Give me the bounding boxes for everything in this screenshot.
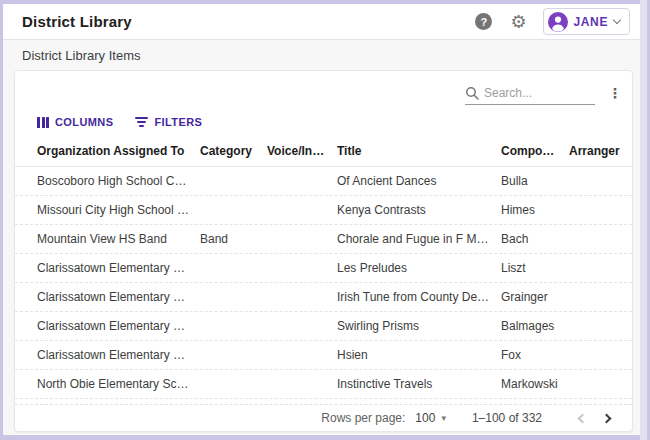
column-header-arranger[interactable]: Arranger — [569, 144, 632, 158]
table-row[interactable]: Clarissatown Elementary School Orchestra… — [15, 254, 632, 283]
table-row[interactable]: Clarissatown Elementary School Orchestra… — [15, 312, 632, 341]
search-icon — [465, 86, 479, 100]
settings-gear-icon[interactable]: ⚙ — [510, 13, 526, 31]
column-header-voice[interactable]: Voice/Instrume... — [267, 144, 337, 158]
cell-org: Clarissatown Elementary School Orchestra — [37, 290, 200, 304]
table-row[interactable]: Clarissatown Elementary School Orchestra… — [15, 341, 632, 370]
cell-org: Missouri City High School Orchestra — [37, 203, 200, 217]
cell-title: Les Preludes — [337, 261, 501, 275]
select-caret-icon: ▾ — [441, 413, 446, 423]
columns-button[interactable]: COLUMNS — [37, 116, 113, 128]
cell-org: Boscoboro High School Choir — [37, 174, 200, 188]
column-header-category[interactable]: Category — [200, 144, 267, 158]
cell-org: Mountain View HS Band — [37, 232, 200, 246]
cell-title: Hsien — [337, 348, 501, 362]
cell-composer: Bulla — [501, 174, 569, 188]
content-area: District Library Items ⋮ COLUMNS — [3, 40, 640, 432]
cell-org: Clarissatown Elementary School Orchestra — [37, 319, 200, 333]
app-window: District Library ? ⚙ JANE District Libra… — [3, 4, 640, 435]
chevron-left-icon — [577, 413, 587, 423]
cell-composer: Liszt — [501, 261, 569, 275]
cell-org: Clarissatown Elementary School Orchestra — [37, 261, 200, 275]
table-footer: Rows per page: 100 ▾ 1–100 of 332 — [15, 404, 632, 431]
cell-composer: Bach — [501, 232, 569, 246]
table-row[interactable]: Boscoboro High School ChoirOf Ancient Da… — [15, 167, 632, 196]
cell-org: North Obie Elementary School Theater — [37, 377, 200, 391]
column-header-num[interactable]: Num — [632, 144, 633, 158]
column-header-org[interactable]: Organization Assigned To — [37, 144, 200, 158]
columns-button-label: COLUMNS — [55, 116, 113, 128]
cell-title: Instinctive Travels — [337, 377, 501, 391]
cell-composer: Markowski — [501, 377, 569, 391]
app-bar: District Library ? ⚙ JANE — [3, 4, 640, 40]
user-avatar-icon — [548, 12, 568, 32]
kebab-menu-icon[interactable]: ⋮ — [608, 86, 622, 100]
cell-composer: Grainger — [501, 290, 569, 304]
cell-org: Clarissatown Elementary School Orchestra — [37, 348, 200, 362]
page-scrollbar[interactable] — [640, 0, 647, 440]
page-title: District Library — [22, 13, 132, 30]
table-row[interactable]: North Obie Elementary School TheaterInst… — [15, 370, 632, 399]
search-row: ⋮ — [15, 71, 632, 109]
cell-composer: Himes — [501, 203, 569, 217]
data-grid-card: ⋮ COLUMNS FILTERS Organization Assigned … — [14, 70, 633, 432]
rows-per-page-label: Rows per page: — [321, 411, 405, 425]
rows-per-page-select[interactable]: 100 ▾ — [415, 411, 446, 425]
table-row[interactable]: Missouri City High School OrchestraKenya… — [15, 196, 632, 225]
grid-toolbar: COLUMNS FILTERS — [15, 109, 632, 135]
table-row[interactable]: Clarissatown Elementary School Orchestra… — [15, 283, 632, 312]
table-header-row: Organization Assigned ToCategoryVoice/In… — [15, 135, 632, 167]
table-body: Boscoboro High School ChoirOf Ancient Da… — [15, 167, 632, 399]
chevron-down-icon — [613, 16, 621, 24]
cell-title: Of Ancient Dances — [337, 174, 501, 188]
page-subtitle: District Library Items — [3, 40, 640, 70]
cell-composer: Fox — [501, 348, 569, 362]
cell-title: Swirling Prisms — [337, 319, 501, 333]
cell-title: Irish Tune from County Derry AND Sheph..… — [337, 290, 501, 304]
column-header-composer[interactable]: Composer — [501, 144, 569, 158]
help-icon[interactable]: ? — [475, 13, 492, 30]
cell-composer: Balmages — [501, 319, 569, 333]
columns-icon — [37, 117, 49, 128]
search-input[interactable] — [484, 86, 584, 100]
user-name-label: JANE — [574, 15, 608, 29]
column-header-title[interactable]: Title — [337, 144, 501, 158]
filters-button-label: FILTERS — [154, 116, 202, 128]
rows-per-page-value: 100 — [415, 411, 435, 425]
previous-page-button[interactable] — [570, 406, 594, 430]
pagination-range-label: 1–100 of 332 — [472, 411, 542, 425]
search-box — [465, 81, 595, 105]
cell-title: Kenya Contrasts — [337, 203, 501, 217]
user-menu-button[interactable]: JANE — [543, 8, 630, 35]
cell-title: Chorale and Fugue in F Major — [337, 232, 501, 246]
chevron-right-icon — [601, 413, 611, 423]
cell-category: Band — [200, 232, 267, 246]
filter-icon — [135, 117, 148, 127]
table-row[interactable]: Mountain View HS BandBandChorale and Fug… — [15, 225, 632, 254]
filters-button[interactable]: FILTERS — [135, 116, 202, 128]
next-page-button[interactable] — [594, 406, 618, 430]
